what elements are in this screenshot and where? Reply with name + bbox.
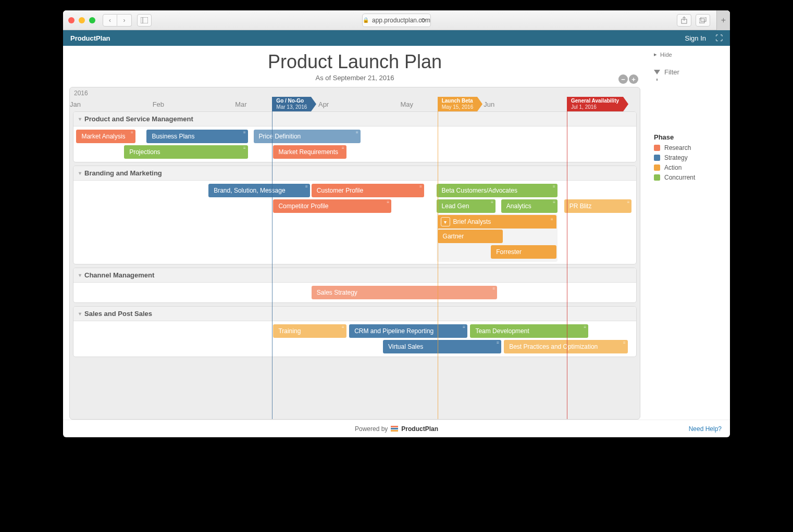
- bar-label: Market Requirements: [278, 148, 338, 156]
- legend-swatch: [654, 145, 660, 151]
- filter-button[interactable]: Filter: [654, 68, 723, 76]
- timeline-bar[interactable]: Analytics≡: [501, 199, 557, 213]
- page-title: Product Launch Plan: [69, 51, 640, 73]
- timeline-bar[interactable]: PR Blitz≡: [564, 199, 632, 213]
- fullscreen-icon[interactable]: ⛶: [715, 34, 723, 42]
- close-window-button[interactable]: [68, 17, 75, 23]
- timeline-bar[interactable]: Customer Profile≡: [312, 184, 424, 197]
- hide-panel-button[interactable]: ▸ Hide: [654, 51, 723, 58]
- timeline-bar[interactable]: Lead Gen≡: [437, 199, 495, 213]
- timeline-bar[interactable]: Brand, Solution, Message≡: [208, 184, 309, 197]
- lane-header[interactable]: ▾Branding and Marketing: [73, 166, 636, 181]
- drag-grip-icon: ≡: [551, 217, 553, 222]
- lane-title: Sales and Post Sales: [84, 310, 152, 318]
- lane: ▾Channel ManagementSales Strategy≡: [73, 268, 637, 303]
- sign-in-link[interactable]: Sign In: [685, 34, 706, 42]
- timeline-bar[interactable]: Market Analysis≡: [76, 130, 135, 143]
- timeline-bar[interactable]: Sales Strategy≡: [312, 286, 497, 299]
- bar-label: Analytics: [506, 202, 531, 210]
- nested-group-header[interactable]: ▾Brief Analysts≡: [438, 215, 556, 229]
- chevron-down-icon: ▾: [79, 170, 81, 176]
- lanes-container: ▾Product and Service ManagementMarket An…: [70, 110, 640, 361]
- milestone-flag[interactable]: Launch BetaMay 15, 2016: [438, 97, 478, 111]
- chevron-down-icon: ▾: [79, 311, 81, 316]
- drag-grip-icon: ≡: [342, 326, 344, 328]
- collapse-toggle-icon[interactable]: ▾: [441, 217, 450, 226]
- zoom-in-button[interactable]: +: [629, 74, 638, 84]
- timeline-bar[interactable]: Best Practices and Optimization≡: [504, 340, 628, 353]
- month-label: Jun: [484, 100, 494, 108]
- timeline-bar[interactable]: Team Development≡: [470, 324, 588, 338]
- tabs-button[interactable]: [696, 14, 710, 27]
- app-header: ProductPlan Sign In ⛶: [63, 30, 730, 46]
- legend: Phase ResearchStrategyActionConcurrent: [654, 133, 723, 181]
- legend-item[interactable]: Research: [654, 144, 723, 151]
- lane-header[interactable]: ▾Product and Service Management: [73, 112, 636, 126]
- timeline-bar[interactable]: Virtual Sales≡: [383, 340, 501, 353]
- legend-item[interactable]: Strategy: [654, 154, 723, 161]
- legend-label: Research: [664, 144, 691, 151]
- timeline-bar[interactable]: Price Definition≡: [254, 130, 361, 143]
- side-panel: ▸ Hide Filter Phase ResearchStrategyActi…: [647, 46, 730, 420]
- bar-label: Team Development: [475, 327, 529, 335]
- drag-grip-icon: ≡: [419, 185, 422, 188]
- share-button[interactable]: [677, 14, 691, 27]
- timeline-bar[interactable]: CRM and Pipeline Reporting≡: [349, 324, 467, 338]
- minimize-window-button[interactable]: [79, 17, 85, 23]
- timeline-bar[interactable]: Competitor Profile≡: [273, 199, 391, 213]
- drag-grip-icon: ≡: [497, 341, 499, 344]
- zoom-out-button[interactable]: −: [618, 74, 628, 84]
- lane-title: Product and Service Management: [84, 115, 193, 123]
- bar-label: PR Blitz: [569, 202, 592, 210]
- timeline-bar[interactable]: Forrester: [491, 245, 556, 259]
- bar-label: Sales Strategy: [317, 289, 357, 296]
- timeline-bar[interactable]: Projections≡: [124, 145, 248, 159]
- bar-label: Brand, Solution, Message: [214, 187, 285, 194]
- sidebar-toggle-button[interactable]: [137, 14, 152, 27]
- legend-title: Phase: [654, 133, 723, 141]
- axis-months: JanFebMarAprMayJunJul: [70, 99, 640, 108]
- chevron-right-icon: ▸: [654, 51, 657, 58]
- lane-header[interactable]: ▾Channel Management: [73, 268, 636, 283]
- drag-grip-icon: ≡: [553, 185, 555, 188]
- legend-item[interactable]: Concurrent: [654, 174, 723, 181]
- new-tab-button[interactable]: +: [716, 10, 730, 30]
- drag-grip-icon: ≡: [623, 341, 626, 344]
- bar-label: Lead Gen: [442, 202, 469, 210]
- address-bar[interactable]: 🔒 app.productplan.com ⟳: [362, 14, 431, 27]
- timeline-bar[interactable]: Gartner: [438, 230, 503, 243]
- need-help-link[interactable]: Need Help?: [689, 425, 722, 433]
- maximize-window-button[interactable]: [89, 17, 95, 23]
- milestone-flag[interactable]: Go / No-GoMar 13, 2016: [272, 97, 311, 111]
- month-label: Apr: [318, 100, 329, 108]
- window-controls: [68, 17, 95, 23]
- bar-label: Training: [278, 327, 301, 335]
- timeline: 2016 JanFebMarAprMayJunJul Go / No-GoMar…: [69, 87, 640, 420]
- nested-group: ▾Brief Analysts≡GartnerForrester: [437, 214, 557, 262]
- nested-group-label: Brief Analysts: [453, 218, 491, 225]
- drag-grip-icon: ≡: [342, 147, 344, 149]
- bar-label: Price Definition: [259, 133, 301, 140]
- lane-header[interactable]: ▾Sales and Post Sales: [73, 307, 636, 321]
- legend-item[interactable]: Action: [654, 164, 723, 171]
- legend-swatch: [654, 164, 660, 171]
- reload-button[interactable]: ⟳: [421, 17, 426, 24]
- forward-button[interactable]: ›: [117, 14, 132, 27]
- app-brand: ProductPlan: [70, 34, 110, 42]
- bar-label: Competitor Profile: [278, 202, 328, 210]
- month-label: May: [401, 100, 414, 108]
- drag-grip-icon: ≡: [243, 131, 246, 134]
- back-button[interactable]: ‹: [103, 14, 117, 27]
- timeline-bar[interactable]: Beta Customers/Advocates≡: [437, 184, 557, 197]
- timeline-bar[interactable]: Training≡: [273, 324, 346, 338]
- bar-label: Virtual Sales: [388, 343, 423, 350]
- legend-swatch: [654, 155, 660, 161]
- bar-label: Gartner: [443, 233, 464, 240]
- content-area: Product Launch Plan As of September 21, …: [63, 46, 730, 420]
- time-axis: 2016 JanFebMarAprMayJunJul Go / No-GoMar…: [70, 87, 640, 110]
- timeline-bar[interactable]: Market Requirements≡: [273, 145, 346, 159]
- milestone-flag[interactable]: General AvailabilityJul 1, 2016: [567, 97, 623, 111]
- timeline-bar[interactable]: Business Plans≡: [146, 130, 247, 143]
- productplan-logo-icon: [391, 426, 398, 432]
- browser-window: ‹ › 🔒 app.productplan.com ⟳ + ProductPla…: [63, 10, 730, 437]
